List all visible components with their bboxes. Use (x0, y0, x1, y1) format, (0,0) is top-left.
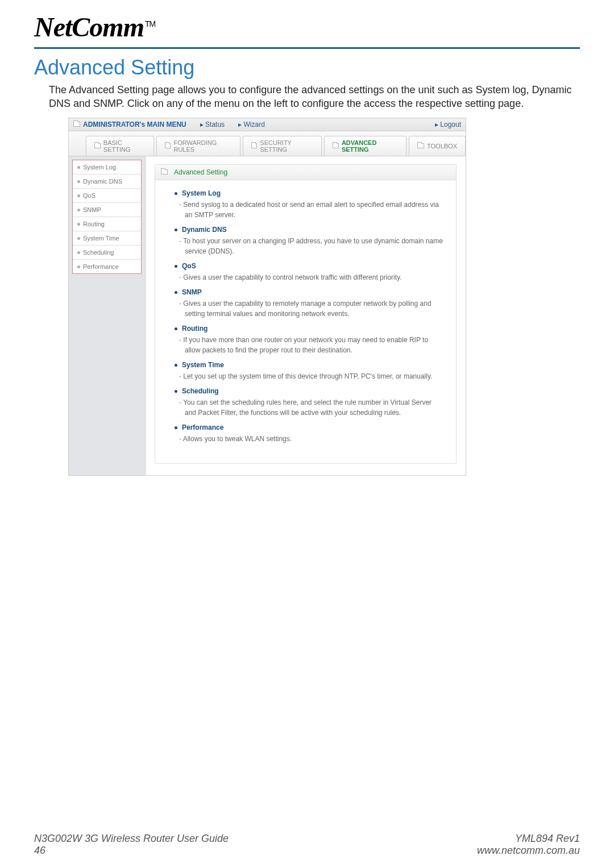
footer-url: www.netcomm.com.au (477, 845, 580, 857)
brand-logo: NetCommTM (34, 12, 155, 42)
desc-snmp: Gives a user the capability to remotely … (185, 298, 443, 319)
wizard-link[interactable]: ▸ Wizard (238, 121, 265, 128)
chevron-right-icon: ▸ (200, 121, 204, 128)
page-footer: N3G002W 3G Wireless Router User Guide 46… (0, 833, 614, 857)
folder-icon (161, 169, 168, 175)
topic-performance[interactable]: Performance (175, 423, 443, 431)
footer-guide-title: N3G002W 3G Wireless Router User Guide (34, 833, 229, 845)
content-panel-header: Advanced Setting (155, 165, 456, 180)
tab-basic-setting[interactable]: BASIC SETTING (86, 136, 154, 156)
desc-performance: Allows you to tweak WLAN settings. (185, 434, 443, 444)
desc-system-log: Send syslog to a dedicated host or send … (185, 200, 443, 220)
admin-tab-bar: BASIC SETTING FORWARDING RULES SECURITY … (69, 131, 466, 156)
tab-security-setting[interactable]: SECURITY SETTING (243, 136, 322, 156)
admin-topbar: ADMINISTRATOR's MAIN MENU ▸ Status ▸ Wiz… (69, 118, 466, 131)
topic-system-time[interactable]: System Time (175, 361, 443, 369)
trademark: TM (145, 19, 155, 28)
page-title: Advanced Setting (34, 56, 580, 80)
status-link[interactable]: ▸ Status (200, 121, 225, 128)
topic-system-log[interactable]: System Log (175, 189, 443, 197)
footer-doc-rev: YML894 Rev1 (477, 833, 580, 845)
tab-toolbox[interactable]: TOOLBOX (409, 136, 466, 156)
topic-snmp[interactable]: SNMP (175, 288, 443, 296)
topic-scheduling[interactable]: Scheduling (175, 387, 443, 395)
folder-icon (333, 143, 339, 148)
sidebar-item-system-time[interactable]: System Time (73, 231, 141, 246)
folder-icon (165, 143, 171, 148)
chevron-right-icon: ▸ (435, 121, 438, 128)
sidebar-item-performance[interactable]: Performance (73, 260, 141, 273)
logout-link[interactable]: ▸ Logout (435, 121, 461, 128)
tab-advanced-setting[interactable]: ADVANCED SETTING (324, 136, 406, 156)
topic-routing[interactable]: Routing (175, 325, 443, 333)
footer-page-number: 46 (34, 845, 229, 857)
desc-routing: If you have more than one router on your… (185, 335, 443, 355)
intro-paragraph: The Advanced Setting page allows you to … (49, 83, 580, 111)
desc-system-time: Let you set up the system time of this d… (185, 371, 443, 381)
folder-icon (417, 143, 424, 148)
desc-scheduling: You can set the scheduling rules here, a… (185, 397, 443, 418)
sidebar-item-system-log[interactable]: System Log (73, 160, 141, 175)
main-menu-label: ADMINISTRATOR's MAIN MENU (83, 121, 186, 128)
sidebar-item-routing[interactable]: Routing (73, 217, 141, 231)
sidebar-item-scheduling[interactable]: Scheduling (73, 246, 141, 260)
folder-icon (251, 143, 258, 148)
sidebar-item-dynamic-dns[interactable]: Dynamic DNS (73, 175, 141, 189)
sidebar-item-snmp[interactable]: SNMP (73, 203, 141, 217)
desc-qos: Gives a user the capability to control n… (185, 272, 443, 283)
folder-icon (73, 122, 80, 127)
chevron-right-icon: ▸ (238, 121, 242, 128)
sidebar-item-qos[interactable]: QoS (73, 189, 141, 203)
tab-forwarding-rules[interactable]: FORWARDING RULES (156, 136, 240, 156)
content-panel-title: Advanced Setting (174, 168, 227, 176)
folder-icon (94, 143, 101, 148)
topic-qos[interactable]: QoS (175, 262, 443, 270)
logo-area: NetCommTM (34, 11, 580, 49)
desc-dynamic-dns: To host your server on a changing IP add… (185, 236, 443, 256)
topic-dynamic-dns[interactable]: Dynamic DNS (175, 226, 443, 234)
router-admin-screenshot: ADMINISTRATOR's MAIN MENU ▸ Status ▸ Wiz… (68, 118, 466, 476)
admin-content: Advanced Setting System Log Send syslog … (146, 156, 466, 475)
admin-sidebar: System Log Dynamic DNS QoS SNMP Routing … (69, 156, 146, 475)
brand-name: NetComm (34, 12, 144, 42)
